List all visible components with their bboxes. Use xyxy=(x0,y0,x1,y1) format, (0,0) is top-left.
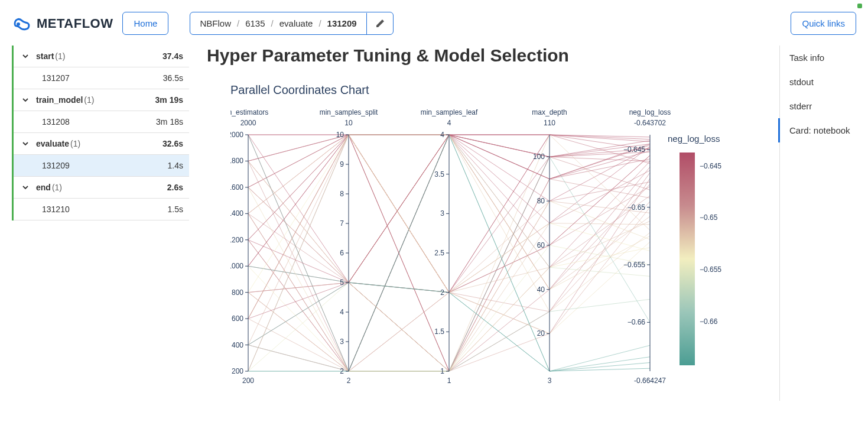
axis-tick: 800 xyxy=(232,288,243,297)
breadcrumb-current: 131209 xyxy=(327,18,357,28)
step-time: 2.6s xyxy=(167,183,183,192)
task-id: 131207 xyxy=(42,73,70,83)
colorbar-label: neg_log_loss xyxy=(668,134,720,144)
status-indicator xyxy=(857,4,862,8)
step-header-end[interactable]: end (1)2.6s xyxy=(14,177,189,199)
axis-tick: 100 xyxy=(533,153,545,161)
breadcrumb-part[interactable]: NBFlow xyxy=(200,18,231,28)
breadcrumb-container: NBFlow / 6135 / evaluate / 131209 xyxy=(190,12,393,35)
axis-tick: 1600 xyxy=(230,183,243,192)
parallel-coordinates-chart[interactable]: n_estimators2000200200018001600140012001… xyxy=(230,105,733,401)
axis-tick: −0.655 xyxy=(623,261,645,269)
axis-tick: 1200 xyxy=(230,236,243,244)
breadcrumb[interactable]: NBFlow / 6135 / evaluate / 131209 xyxy=(190,12,366,34)
axis-tick: 5 xyxy=(340,278,344,287)
quick-links-button[interactable]: Quick links xyxy=(791,12,856,35)
step-count: (1) xyxy=(52,183,62,192)
axis-tick: 400 xyxy=(232,341,243,349)
main-content: Hyper Parameter Tuning & Model Selection… xyxy=(207,46,762,401)
axis-tick: 40 xyxy=(537,285,545,294)
pencil-icon xyxy=(375,19,385,28)
axis-bottom-value: 2 xyxy=(347,377,351,385)
axis-bottom-value: 1 xyxy=(447,377,451,385)
right-nav-item[interactable]: stderr xyxy=(789,94,856,118)
axis-tick: 7 xyxy=(340,219,344,228)
topbar: METAFLOW Home NBFlow / 6135 / evaluate /… xyxy=(0,0,868,46)
step-group: start (1)37.4s13120736.5s xyxy=(12,46,189,89)
axis-tick: −0.65 xyxy=(628,203,646,212)
step-header-evaluate[interactable]: evaluate (1)32.6s xyxy=(14,133,189,155)
axis-tick: 1000 xyxy=(230,262,243,270)
step-group: end (1)2.6s1312101.5s xyxy=(12,177,189,220)
step-task-131208[interactable]: 1312083m 18s xyxy=(14,111,189,133)
axis-tick: 2.5 xyxy=(434,249,444,257)
chevron-down-icon xyxy=(21,53,30,60)
step-time: 37.4s xyxy=(162,51,183,61)
axis-bottom-value: 3 xyxy=(548,377,552,385)
axis-tick: 3 xyxy=(340,338,344,346)
steps-sidebar: start (1)37.4s13120736.5strain_model (1)… xyxy=(12,46,189,401)
axis-tick: 10 xyxy=(336,131,344,139)
step-task-131210[interactable]: 1312101.5s xyxy=(14,199,189,220)
home-button[interactable]: Home xyxy=(122,12,168,35)
axis-tick: 6 xyxy=(340,249,344,257)
axis-tick: 2 xyxy=(440,288,444,297)
chevron-down-icon xyxy=(21,140,30,147)
axis-tick: 1800 xyxy=(230,157,243,165)
right-nav-item[interactable]: Card: notebook xyxy=(778,118,856,142)
edit-breadcrumb-button[interactable] xyxy=(366,13,393,34)
axis-tick: 600 xyxy=(232,314,243,323)
axis-top-value: 2000 xyxy=(240,119,256,127)
breadcrumb-sep: / xyxy=(271,18,274,28)
axis-tick: 4 xyxy=(340,308,344,316)
task-time: 3m 18s xyxy=(156,117,183,126)
axis-label: min_samples_split xyxy=(320,108,378,116)
colorbar-tick: −0.655 xyxy=(700,265,721,274)
right-nav-panel: Task infostdoutstderrCard: notebook xyxy=(779,46,856,401)
axis-tick: 200 xyxy=(232,367,243,375)
axis-tick: 9 xyxy=(340,160,344,168)
task-time: 36.5s xyxy=(163,73,183,83)
step-header-start[interactable]: start (1)37.4s xyxy=(14,46,189,67)
right-nav-item[interactable]: Task info xyxy=(789,46,856,70)
chevron-down-icon xyxy=(21,184,30,191)
chart-title: Parallel Coordinates Chart xyxy=(230,83,762,97)
colorbar-tick: −0.65 xyxy=(700,213,718,222)
axis-tick: −0.645 xyxy=(623,145,645,154)
axis-bottom-value: -0.664247 xyxy=(634,377,666,385)
axis-label: min_samples_leaf xyxy=(421,108,478,116)
breadcrumb-sep: / xyxy=(318,18,321,28)
axis-top-value: -0.643702 xyxy=(634,119,666,127)
axis-tick: 1 xyxy=(440,367,444,375)
step-count: (1) xyxy=(84,95,94,105)
step-name: start xyxy=(36,51,54,61)
right-nav-item[interactable]: stdout xyxy=(789,70,856,94)
step-header-train_model[interactable]: train_model (1)3m 19s xyxy=(14,89,189,111)
task-id: 131208 xyxy=(42,117,70,126)
brand-text: METAFLOW xyxy=(37,16,113,31)
colorbar-tick: −0.645 xyxy=(700,162,721,170)
task-id: 131209 xyxy=(42,161,70,170)
step-task-131209[interactable]: 1312091.4s xyxy=(14,155,189,177)
chart-region: Parallel Coordinates Chart n_estimators2… xyxy=(207,83,762,401)
colorbar[interactable] xyxy=(680,153,695,365)
task-time: 1.5s xyxy=(168,205,183,214)
axis-label: n_estimators xyxy=(230,108,268,116)
step-task-131207[interactable]: 13120736.5s xyxy=(14,67,189,89)
breadcrumb-part[interactable]: evaluate xyxy=(279,18,313,28)
axis-label: max_depth xyxy=(532,108,567,116)
step-name: evaluate xyxy=(36,139,69,148)
breadcrumb-sep: / xyxy=(237,18,239,28)
step-time: 32.6s xyxy=(162,139,183,148)
task-id: 131210 xyxy=(42,205,70,214)
axis-tick: 1400 xyxy=(230,209,243,218)
axis-tick: 2 xyxy=(340,367,344,375)
step-name: end xyxy=(36,183,51,192)
task-time: 1.4s xyxy=(168,161,183,170)
axis-tick: 80 xyxy=(537,197,545,205)
axis-tick: 2000 xyxy=(230,131,243,139)
breadcrumb-part[interactable]: 6135 xyxy=(245,18,265,28)
step-name: train_model xyxy=(36,95,83,105)
axis-tick: −0.66 xyxy=(628,318,646,326)
metaflow-icon xyxy=(12,15,32,32)
